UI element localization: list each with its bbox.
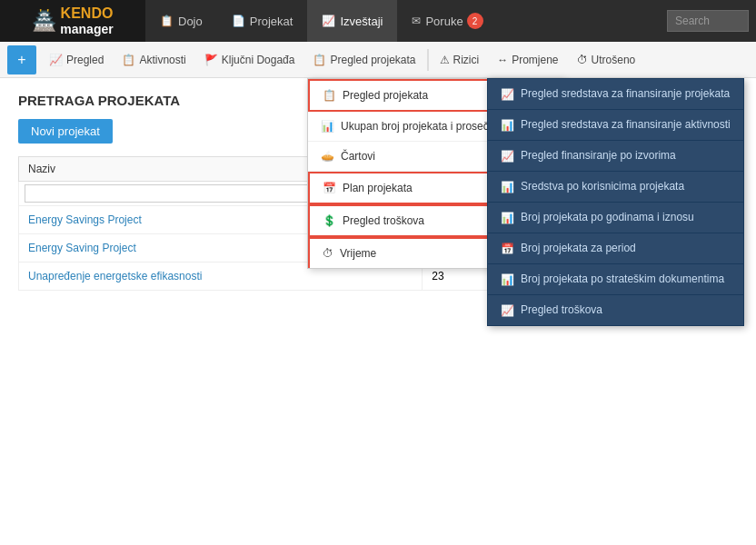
sub-broj-godinama[interactable]: 📊 Broj projekata po godinama i iznosu <box>488 203 743 233</box>
aktivnosti-icon: 📋 <box>122 54 135 66</box>
subnav-promjene[interactable]: ↔ Promjene <box>488 42 567 77</box>
subnav-kljucni[interactable]: 🚩 Ključni Događa <box>195 42 304 77</box>
top-navbar: 🏯 KENDOmanager 📋 Dojo 📄 Projekat 📈 Izveš… <box>0 0 756 42</box>
dropdown-plan-icon: 📅 <box>323 182 336 194</box>
poruke-icon: ✉ <box>412 15 421 27</box>
main-content: PRETRAGA PROJEKATA Novi projekat Naziv S… <box>0 78 756 305</box>
logo: 🏯 KENDOmanager <box>0 0 145 42</box>
poruke-badge: 2 <box>467 13 483 29</box>
sub-sredstva-fin-icon: 📈 <box>501 88 514 101</box>
sub-fin-izvorima-icon: 📈 <box>501 150 514 163</box>
search-input[interactable] <box>667 10 749 32</box>
nav-projekat[interactable]: 📄 Projekat <box>217 0 308 42</box>
app-title: KENDOmanager <box>60 5 113 37</box>
nav-dojo[interactable]: 📋 Dojo <box>145 0 217 42</box>
nav-poruke[interactable]: ✉ Poruke 2 <box>397 0 497 42</box>
sub-navbar: + 📈 Pregled 📋 Aktivnosti 🚩 Ključni Događ… <box>0 42 756 78</box>
nav-izvestaji[interactable]: 📈 Izveštaji <box>307 0 397 42</box>
add-button[interactable]: + <box>7 45 36 74</box>
pregled-icon: 📈 <box>49 54 63 66</box>
subnav-pregled-proj-icon: 📋 <box>313 54 326 66</box>
dropdown-cartovi-icon: 🥧 <box>321 150 334 163</box>
sub-broj-per-icon: 📅 <box>501 243 514 255</box>
dropdown-vrijeme-icon: ⏱ <box>323 247 333 260</box>
sub-sredstva-akt-icon: 📊 <box>501 119 514 132</box>
nav-items: 📋 Dojo 📄 Projekat 📈 Izveštaji ✉ Poruke 2 <box>145 0 667 42</box>
divider <box>427 49 429 71</box>
sub-finansiranje-izvorima[interactable]: 📈 Pregled finansiranje po izvorima <box>488 141 743 172</box>
sub-sredstva-finansiranje[interactable]: 📈 Pregled sredstava za finansiranje proj… <box>488 79 743 110</box>
kljucni-icon: 🚩 <box>204 54 218 66</box>
sub-broj-str-icon: 📊 <box>501 273 514 286</box>
dropdown-ukupan-icon: 📊 <box>321 120 334 133</box>
sub-broj-period[interactable]: 📅 Broj projekata za period <box>488 233 743 264</box>
sub-sredstva-korisnici[interactable]: 📊 Sredstva po korisnicima projekata <box>488 172 743 203</box>
subnav-pregled-projekata[interactable]: 📋 Pregled projekata <box>303 42 424 77</box>
subnav-utroseno[interactable]: ⏱ Utrošeno <box>568 42 645 77</box>
sub-sredstva-aktivnosti[interactable]: 📊 Pregled sredstava za finansiranje akti… <box>488 110 743 141</box>
dropdown-troskovi-icon: 💲 <box>323 214 336 227</box>
sub-pregled-tr-icon: 📈 <box>501 304 514 317</box>
pagoda-icon: 🏯 <box>32 9 56 33</box>
sub-broj-god-icon: 📊 <box>501 212 514 224</box>
dojo-icon: 📋 <box>160 15 174 27</box>
sub-pregled-troskova[interactable]: 📈 Pregled troškova <box>488 295 743 325</box>
rizici-icon: ⚠ <box>440 54 450 66</box>
sub-sredstva-kor-icon: 📊 <box>501 181 514 193</box>
dropdown-pregled-icon: 📋 <box>323 89 336 102</box>
projekat-icon: 📄 <box>232 15 245 27</box>
promjene-icon: ↔ <box>497 54 508 66</box>
subnav-rizici[interactable]: ⚠ Rizici <box>431 42 489 77</box>
subnav-pregled[interactable]: 📈 Pregled <box>40 42 113 77</box>
sub-broj-strateskim[interactable]: 📊 Broj projekata po strateškim dokumenti… <box>488 264 743 295</box>
izvestaji-icon: 📈 <box>322 15 335 27</box>
subnav-aktivnosti[interactable]: 📋 Aktivnosti <box>113 42 194 77</box>
cartovi-subdropdown: 📈 Pregled sredstava za finansiranje proj… <box>487 78 744 326</box>
search-box <box>667 10 749 32</box>
utroseno-icon: ⏱ <box>577 54 588 66</box>
new-project-button[interactable]: Novi projekat <box>18 119 113 144</box>
